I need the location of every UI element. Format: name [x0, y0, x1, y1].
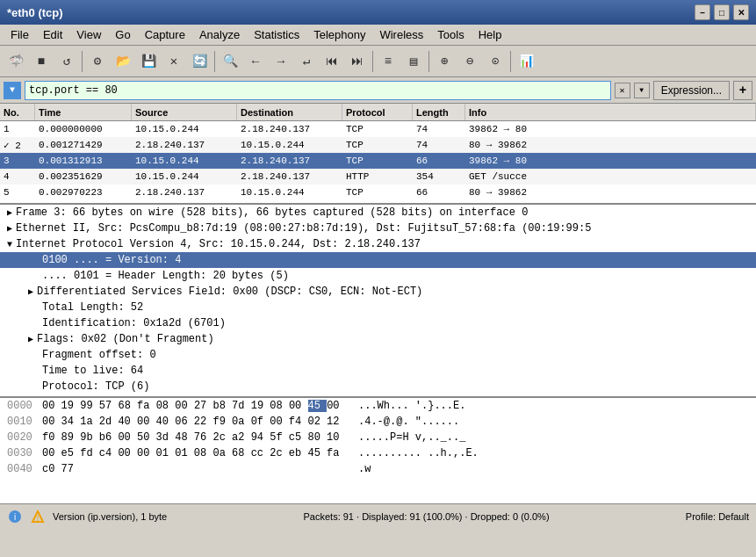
refresh-icon[interactable]: ↺ [54, 49, 79, 74]
detail-row[interactable]: ▶Flags: 0x02 (Don't Fragment) [0, 331, 756, 347]
col-header-destination[interactable]: Destination [237, 104, 342, 120]
col-header-info[interactable]: Info [465, 104, 756, 120]
graph-icon[interactable]: 📊 [514, 49, 538, 74]
detail-row[interactable]: .... 0101 = Header Length: 20 bytes (5) [0, 268, 756, 284]
menu-item-analyze[interactable]: Analyze [192, 26, 247, 43]
hex-row: 001000 34 1a 2d 40 00 40 06 22 f9 0a 0f … [0, 414, 756, 430]
detail-row[interactable]: 0100 .... = Version: 4 [0, 252, 756, 268]
hex-row: 0040c0 77 .w [0, 461, 756, 477]
find-icon[interactable]: 🔍 [218, 49, 242, 74]
detail-row[interactable]: ▶Differentiated Services Field: 0x00 (DS… [0, 284, 756, 300]
menu-item-file[interactable]: File [4, 26, 36, 43]
hex-offset: 0020 [7, 431, 42, 444]
minimize-button[interactable]: – [695, 4, 710, 20]
packet-cell-length: 74 [413, 140, 465, 150]
filter-input[interactable] [25, 81, 611, 100]
zoom-in-icon[interactable]: ⊕ [432, 49, 457, 74]
detail-row[interactable]: ▼Internet Protocol Version 4, Src: 10.15… [0, 236, 756, 252]
col-header-source[interactable]: Source [132, 104, 237, 120]
detail-row[interactable]: Total Length: 52 [0, 300, 756, 315]
col-header-length[interactable]: Length [413, 104, 465, 120]
detail-row[interactable]: Time to live: 64 [0, 363, 756, 379]
packet-row[interactable]: ✓ 20.0012714292.18.240.13710.15.0.244TCP… [0, 137, 756, 153]
title-text: *eth0 (tcp) [7, 6, 63, 19]
last-icon[interactable]: ⏭ [345, 49, 370, 74]
detail-row[interactable]: ▶Frame 3: 66 bytes on wire (528 bits), 6… [0, 205, 756, 221]
hex-ascii: .4.-@.@. "...... [358, 416, 459, 428]
hex-bytes: 00 e5 fd c4 00 00 01 01 08 0a 68 cc 2c e… [42, 447, 358, 459]
maximize-button[interactable]: □ [714, 4, 730, 20]
menu-item-go[interactable]: Go [108, 26, 137, 43]
open-icon[interactable]: 📂 [111, 49, 135, 74]
detail-row[interactable]: ▶Ethernet II, Src: PcsCompu_b8:7d:19 (08… [0, 221, 756, 236]
expression-button[interactable]: Expression... [653, 81, 730, 100]
goto-icon[interactable]: ↵ [294, 49, 319, 74]
packet-cell-time: 0.000000000 [35, 124, 132, 134]
filter-icon: ▼ [4, 82, 21, 99]
menu-item-edit[interactable]: Edit [36, 26, 69, 43]
hex-offset: 0030 [7, 447, 42, 459]
filter-bar: ▼ ✕ ▼ Expression... + [0, 77, 756, 104]
forward-icon[interactable]: → [269, 49, 293, 74]
toolbar-separator [510, 51, 511, 72]
back-icon[interactable]: ← [243, 49, 268, 74]
filter-clear-button[interactable]: ✕ [615, 83, 630, 98]
menu-item-statistics[interactable]: Statistics [247, 26, 306, 43]
packet-row[interactable]: 10.00000000010.15.0.2442.18.240.137TCP74… [0, 121, 756, 137]
title-bar: *eth0 (tcp) – □ ✕ [0, 0, 756, 25]
expand-icon[interactable]: ▼ [7, 240, 12, 250]
menu-item-wireless[interactable]: Wireless [372, 26, 430, 43]
list-icon[interactable]: ≡ [376, 49, 400, 74]
columns-icon[interactable]: ▤ [401, 49, 426, 74]
detail-text: 0100 .... = Version: 4 [42, 254, 181, 266]
packet-cell-time: 0.001312913 [35, 156, 132, 166]
packet-cell-no: 3 [0, 156, 35, 166]
detail-text: Identification: 0x1a2d (6701) [42, 317, 226, 329]
menu-item-help[interactable]: Help [472, 26, 509, 43]
packet-row[interactable]: 50.0029702232.18.240.13710.15.0.244TCP66… [0, 184, 756, 200]
expand-icon[interactable]: ▶ [7, 207, 12, 218]
packet-list: No.TimeSourceDestinationProtocolLengthIn… [0, 104, 756, 205]
expand-icon[interactable]: ▶ [7, 223, 12, 234]
expand-icon[interactable]: ▶ [28, 334, 33, 344]
menu-item-view[interactable]: View [69, 26, 108, 43]
packet-cell-protocol: TCP [342, 156, 413, 166]
first-icon[interactable]: ⏮ [320, 49, 344, 74]
packet-cell-time: 0.002970223 [35, 187, 132, 198]
detail-row[interactable]: Identification: 0x1a2d (6701) [0, 315, 756, 331]
toolbar: 🦈■↺⚙📂💾✕🔄🔍←→↵⏮⏭≡▤⊕⊖⊙📊 [0, 46, 756, 77]
stop-icon[interactable]: ■ [29, 49, 54, 74]
packet-row[interactable]: 40.00235162910.15.0.2442.18.240.137HTTP3… [0, 169, 756, 184]
packet-cell-no: 4 [0, 171, 35, 182]
close-file-icon[interactable]: ✕ [162, 49, 186, 74]
packet-cell-destination: 2.18.240.137 [237, 171, 342, 182]
zoom-out-icon[interactable]: ⊖ [457, 49, 482, 74]
hex-offset: 0010 [7, 416, 42, 428]
hex-pane: 000000 19 99 57 68 fa 08 00 27 b8 7d 19 … [0, 398, 756, 503]
packet-cell-no: 1 [0, 124, 35, 134]
expand-icon[interactable]: ▶ [28, 286, 33, 297]
menu-item-telephony[interactable]: Telephony [306, 26, 372, 43]
packet-cell-protocol: TCP [342, 124, 413, 134]
filter-dropdown-button[interactable]: ▼ [634, 83, 650, 98]
packet-row[interactable]: 30.00131291310.15.0.2442.18.240.137TCP66… [0, 153, 756, 169]
zoom-reset-icon[interactable]: ⊙ [483, 49, 508, 74]
col-header-no[interactable]: No. [0, 104, 35, 120]
shark-icon[interactable]: 🦈 [4, 49, 28, 74]
packet-cell-source: 10.15.0.244 [132, 171, 237, 182]
hex-bytes: f0 89 9b b6 00 50 3d 48 76 2c a2 94 5f c… [42, 431, 358, 444]
col-header-protocol[interactable]: Protocol [342, 104, 413, 120]
packet-cell-protocol: TCP [342, 140, 413, 150]
detail-row[interactable]: Fragment offset: 0 [0, 347, 756, 363]
toolbar-separator [372, 51, 373, 72]
close-button[interactable]: ✕ [733, 4, 749, 20]
col-header-time[interactable]: Time [35, 104, 132, 120]
menu-item-capture[interactable]: Capture [138, 26, 192, 43]
window-controls: – □ ✕ [695, 4, 749, 20]
menu-item-tools[interactable]: Tools [430, 26, 471, 43]
add-filter-button[interactable]: + [733, 81, 752, 100]
settings-icon[interactable]: ⚙ [85, 49, 110, 74]
reload-icon[interactable]: 🔄 [187, 49, 212, 74]
detail-row[interactable]: Protocol: TCP (6) [0, 379, 756, 394]
save-icon[interactable]: 💾 [136, 49, 161, 74]
